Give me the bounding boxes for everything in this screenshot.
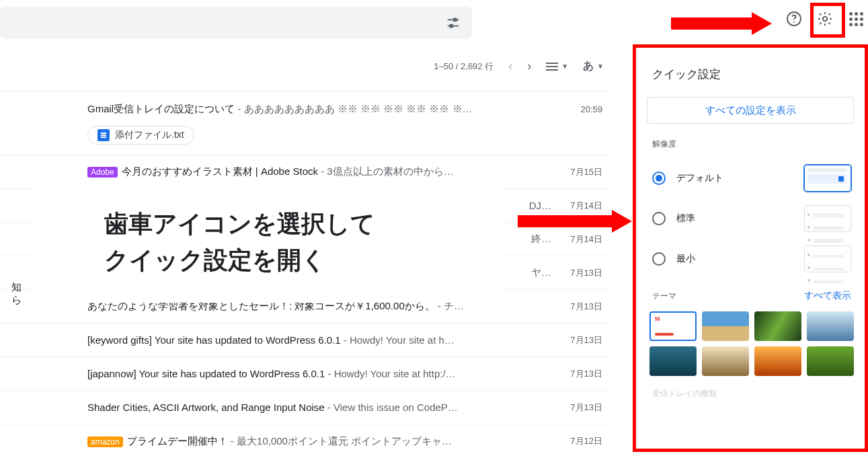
svg-point-5 xyxy=(793,22,795,23)
help-icon[interactable] xyxy=(785,9,803,28)
email-date: 7月13日 xyxy=(551,267,612,279)
search-bar[interactable] xyxy=(0,7,472,39)
email-date: 7月13日 xyxy=(551,368,612,380)
theme-thumb-beach[interactable] xyxy=(702,311,749,341)
email-snippet: - View this issue on CodeP… xyxy=(325,402,458,413)
instruction-overlay: 歯車アイコンを選択して クイック設定を開く xyxy=(34,182,504,303)
email-row[interactable]: [japannow] Your site has updated to Word… xyxy=(0,357,612,391)
density-option-default[interactable]: デフォルト xyxy=(636,158,865,198)
email-snippet: - 最大10,000ポイント還元 ポイントアップキャ… xyxy=(228,435,452,447)
radio-icon xyxy=(652,212,666,225)
email-snippet: - Howdy! Your site at h… xyxy=(341,334,455,346)
svg-rect-2 xyxy=(454,19,457,22)
email-row[interactable]: Shader Cities, ASCII Artwork, and Range … xyxy=(0,391,612,424)
email-date: 20:59 xyxy=(551,96,612,114)
next-page-icon[interactable]: › xyxy=(527,59,531,73)
document-icon xyxy=(97,129,110,141)
email-snippet: 終… xyxy=(531,233,551,244)
arrow-annotation-mid xyxy=(518,210,632,233)
theme-thumb-default[interactable] xyxy=(649,311,697,341)
density-thumb-comfortable xyxy=(804,205,851,232)
all-settings-button[interactable]: すべての設定を表示 xyxy=(647,97,854,124)
row-counter: 1–50 / 2,692 行 xyxy=(434,61,494,73)
sender-badge: amazon xyxy=(87,436,123,447)
density-thumb-compact xyxy=(804,245,851,272)
email-snippet: - Howdy! Your site at http:/… xyxy=(325,368,455,379)
list-toolbar: 1–50 / 2,692 行 ‹ › ▼ あ ▼ xyxy=(0,59,612,73)
email-date: 7月12日 xyxy=(551,435,612,447)
theme-section-label: テーマ xyxy=(652,291,676,302)
email-date: 7月13日 xyxy=(551,402,612,414)
svg-rect-3 xyxy=(450,25,452,28)
arrow-annotation-top xyxy=(671,12,772,35)
theme-thumb-forest[interactable] xyxy=(754,311,801,341)
density-option-label: デフォルト xyxy=(676,172,723,184)
email-subject: Shader Cities, ASCII Artwork, and Range … xyxy=(87,402,325,413)
email-date: 7月13日 xyxy=(551,301,612,313)
density-thumb-default xyxy=(804,165,851,192)
inbox-type-section-label: 受信トレイの種類 xyxy=(636,376,865,400)
radio-icon xyxy=(652,252,666,266)
density-dropdown[interactable]: ▼ xyxy=(546,63,568,71)
attachment-name: 添付ファイル.txt xyxy=(115,129,184,141)
tune-icon[interactable] xyxy=(444,13,463,32)
email-row[interactable]: Gmail受信トレイの設定について - あああああああああ ※※ ※※ ※※ ※… xyxy=(0,91,612,155)
sender-badge: Adobe xyxy=(87,167,118,178)
email-snippet: - あああああああああ ※※ ※※ ※※ ※※ ※※ ※… xyxy=(235,103,472,114)
truncated-left-text: 知ら xyxy=(0,281,26,307)
email-row[interactable]: amazonプライムデー開催中！ - 最大10,000ポイント還元 ポイントアッ… xyxy=(0,424,612,456)
quick-settings-panel: クイック設定 すべての設定を表示 解像度 デフォルト 標準 最小 xyxy=(636,48,865,449)
radio-icon xyxy=(652,172,666,185)
email-subject: [japannow] Your site has updated to Word… xyxy=(87,368,325,379)
theme-thumb-chess[interactable] xyxy=(702,346,749,376)
email-subject: Gmail受信トレイの設定について xyxy=(87,103,235,114)
email-snippet: - 3億点以上の素材の中から… xyxy=(318,165,454,177)
theme-thumb-sunset[interactable] xyxy=(754,346,801,376)
apps-grid-icon[interactable] xyxy=(846,9,865,28)
theme-grid xyxy=(636,309,865,376)
density-option-label: 標準 xyxy=(676,213,695,225)
theme-thumb-lake[interactable] xyxy=(807,311,854,341)
ime-dropdown[interactable]: あ ▼ xyxy=(583,59,604,73)
email-date: 7月14日 xyxy=(551,233,612,245)
email-subject: [keyword gifts] Your site has updated to… xyxy=(87,334,341,346)
density-option-compact[interactable]: 最小 xyxy=(636,239,865,279)
instruction-line2: クイック設定を開く xyxy=(104,242,504,278)
gear-highlight-annotation xyxy=(810,3,845,38)
density-option-comfortable[interactable]: 標準 xyxy=(636,198,865,239)
theme-thumb-butterfly[interactable] xyxy=(807,346,854,376)
email-snippet: ヤ… xyxy=(531,266,551,278)
email-subject: プライムデー開催中！ xyxy=(127,435,228,447)
density-section-label: 解像度 xyxy=(636,139,865,158)
theme-view-all-link[interactable]: すべて表示 xyxy=(804,290,851,302)
email-date: 7月15日 xyxy=(551,166,612,178)
email-date: 7月13日 xyxy=(551,334,612,346)
attachment-chip[interactable]: 添付ファイル.txt xyxy=(87,126,194,145)
density-option-label: 最小 xyxy=(676,253,695,265)
quick-settings-title: クイック設定 xyxy=(636,48,865,97)
theme-thumb-ocean[interactable] xyxy=(649,346,697,376)
email-row[interactable]: [keyword gifts] Your site has updated to… xyxy=(0,324,612,357)
prev-page-icon[interactable]: ‹ xyxy=(508,59,512,73)
instruction-line1: 歯車アイコンを選択して xyxy=(104,206,504,242)
email-subject: 今月のおすすめイラスト素材 | Adobe Stock xyxy=(122,165,318,177)
